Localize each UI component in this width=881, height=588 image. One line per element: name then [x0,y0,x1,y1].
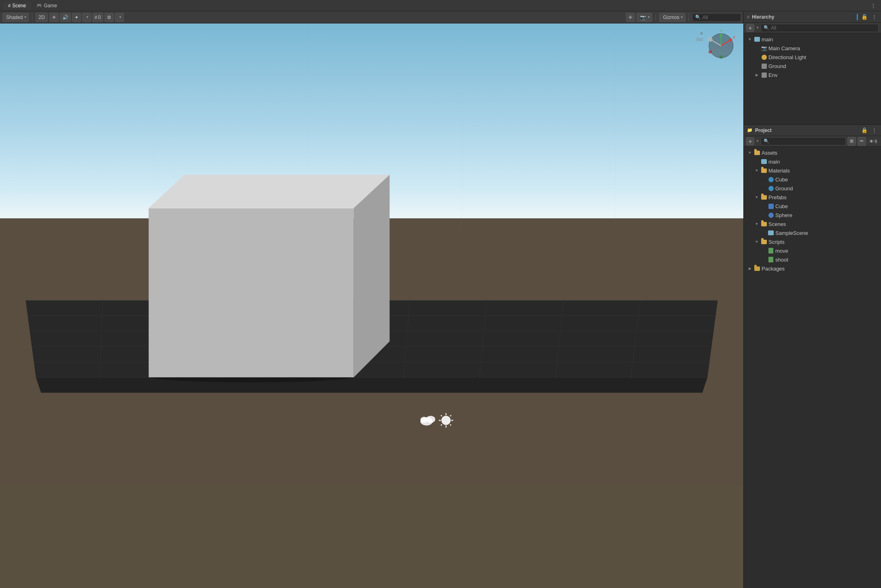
project-item-script-move[interactable]: move [744,246,881,255]
mat-cube-label: Cube [775,177,788,183]
svg-point-52 [709,50,712,53]
prefab-sphere-icon [768,212,774,218]
project-view-btn[interactable]: ⊞ [847,137,856,146]
prefabs-label: Prefabs [768,194,787,200]
project-item-mat-cube[interactable]: Cube [744,175,881,184]
packages-expand-arrow[interactable] [747,266,753,271]
scene-toolbar: Shaded ▼ 2D ☀ 🔊 ✦ ▼ # 0 [0,11,743,23]
gizmos-dropdown[interactable]: Gizmos ▼ [659,13,685,22]
svg-line-38 [441,415,442,416]
main-camera-label: Main Camera [768,45,800,51]
project-count-val: 9 [875,139,877,144]
fx-dropdown[interactable]: ▼ [82,13,91,22]
2d-button[interactable]: 2D [36,13,47,22]
audio-btn[interactable]: 🔊 [60,13,71,22]
project-search-input[interactable] [771,138,843,144]
sep2 [655,14,656,21]
hierarchy-item-env[interactable]: Env [744,70,881,79]
env-label: Env [768,72,777,78]
settings-dropdown[interactable]: ▼ [115,13,124,22]
project-search-icon: 🔍 [764,138,769,144]
main-expand-arrow[interactable] [747,36,753,42]
scenes-label: Scenes [768,221,786,227]
project-toolbar: + ▼ 🔍 ⊞ ✏ 👁 9 [744,136,881,147]
icon-tools-group: ☀ 🔊 ✦ ▼ # 0 ⚙ ▼ [49,13,124,22]
more-options-btn[interactable]: ⋮ [869,2,878,10]
scripts-expand-arrow[interactable] [754,239,760,245]
project-item-prefabs[interactable]: Prefabs [744,193,881,202]
svg-text:X: X [733,35,735,39]
scene-search-icon: 🔍 [695,15,701,20]
scene-search-input[interactable] [702,15,738,20]
hierarchy-tree: main 📷 Main Camera Directional Lig [744,33,881,124]
project-filter-btn[interactable]: ✏ [858,137,866,146]
settings-btn[interactable]: ⚙ [104,13,114,22]
scene-tab[interactable]: # Scene [3,2,31,10]
project-item-materials[interactable]: Materials [744,166,881,175]
fx-btn[interactable]: ✦ [72,13,81,22]
main-scene-icon [754,36,760,43]
svg-point-32 [420,417,428,423]
project-item-prefab-cube[interactable]: Cube [744,202,881,211]
project-icon: 📁 [747,128,753,133]
hierarchy-add-arrow[interactable]: ▼ [756,26,759,30]
project-item-packages[interactable]: Packages [744,264,881,273]
project-item-mat-ground[interactable]: Ground [744,184,881,193]
project-item-scenes[interactable]: Scenes [744,219,881,228]
project-lock-btn[interactable]: 🔒 [860,126,868,134]
hierarchy-item-ground[interactable]: Ground [744,62,881,70]
tab-bar-right: ⋮ [869,2,878,10]
svg-line-39 [450,424,451,426]
hierarchy-add-btn[interactable]: + [746,24,754,32]
packages-folder-icon [754,265,760,272]
crosshair-btn[interactable]: ✛ [626,13,635,22]
shading-dropdown[interactable]: Shaded ▼ [2,13,29,22]
layer-count: 0 [98,15,101,20]
hierarchy-item-main-camera[interactable]: 📷 Main Camera [744,44,881,53]
hierarchy-item-directional-light[interactable]: Directional Light [744,53,881,62]
scene-search[interactable]: 🔍 [692,13,741,21]
prefabs-expand-arrow[interactable] [754,194,760,200]
camera-arrow: ▼ [647,15,650,19]
script-shoot-label: shoot [775,257,788,263]
project-item-scripts[interactable]: Scripts [744,237,881,246]
project-item-assets[interactable]: Assets [744,148,881,157]
hierarchy-more-btn[interactable]: ⋮ [871,13,878,21]
project-more-btn[interactable]: ⋮ [871,126,878,134]
assets-expand-arrow[interactable] [747,150,753,156]
gizmos-arrow: ▼ [680,15,683,19]
project-item-prefab-sphere[interactable]: Sphere [744,211,881,219]
hierarchy-search-input[interactable] [771,25,876,31]
lighting-btn[interactable]: ☀ [49,13,59,22]
2d-label: 2D [38,15,45,20]
hierarchy-search[interactable]: 🔍 [761,24,879,32]
shading-group: Shaded ▼ [2,13,29,22]
scene-viewport[interactable]: Y X Z ≡ Iso [0,23,743,588]
scene-gizmo[interactable]: Y X Z [705,30,737,62]
camera-dropdown[interactable]: 📷 ▼ [636,13,652,22]
env-expand-arrow[interactable] [754,72,760,78]
materials-expand-arrow[interactable] [754,168,760,173]
scenes-expand-arrow[interactable] [754,221,760,227]
project-search[interactable]: 🔍 [761,137,846,145]
grid-icon: # [95,15,98,20]
grid-btn[interactable]: # 0 [92,13,103,22]
hierarchy-lock-btn[interactable]: 🔒 [860,13,868,21]
sample-scene-icon [768,230,774,236]
assets-folder-icon [754,149,760,156]
env-icon [761,72,767,78]
svg-text:Z: Z [708,36,710,40]
project-add-arrow[interactable]: ▼ [756,139,759,143]
mat-ground-icon [768,185,774,192]
project-item-script-shoot[interactable]: shoot [744,255,881,264]
game-tab[interactable]: 🎮 Game [32,2,62,10]
project-add-btn[interactable]: + [746,137,754,145]
top-tab-bar: # Scene 🎮 Game ⋮ [0,0,881,11]
project-item-main[interactable]: main [744,157,881,166]
hierarchy-item-main[interactable]: main [744,35,881,44]
shading-label: Shaded [6,15,23,20]
hierarchy-accent [857,14,858,20]
project-item-sample-scene[interactable]: SampleScene [744,228,881,237]
settings-arrow: ▼ [119,15,122,19]
fx-arrow: ▼ [86,15,89,19]
